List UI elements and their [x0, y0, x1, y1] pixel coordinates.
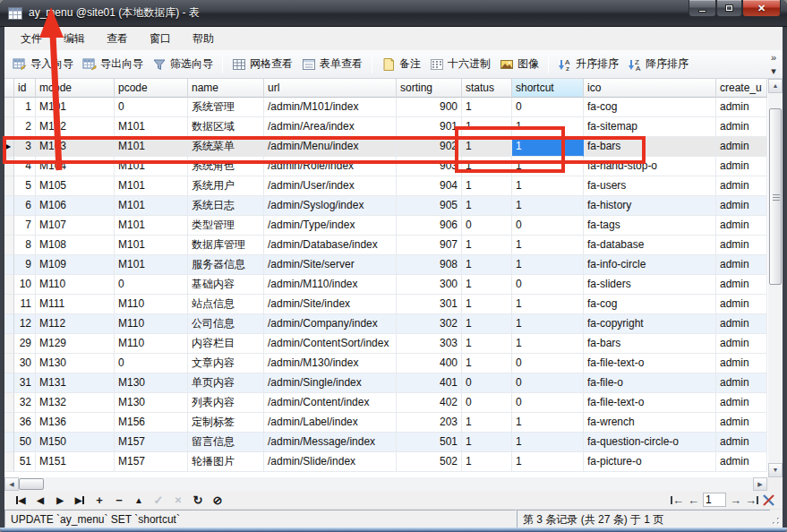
cell-ico[interactable]: fa-copyright	[584, 314, 716, 334]
scroll-left-icon[interactable]: ◀	[4, 477, 19, 491]
cell-id[interactable]: 11	[14, 295, 36, 314]
cell-sorting[interactable]: 302	[397, 314, 462, 334]
cell-sorting[interactable]: 301	[397, 295, 462, 314]
column-header-ico[interactable]: ico	[584, 79, 716, 98]
cell-name[interactable]: 列表内容	[188, 393, 264, 413]
current-row-marker[interactable]: ▶	[4, 137, 14, 157]
cell-create[interactable]: admin	[716, 157, 767, 176]
first-record-button[interactable]: ◀	[11, 493, 30, 507]
cell-mcode[interactable]: M132	[36, 393, 115, 413]
cell-ico[interactable]: fa-bars	[584, 137, 716, 157]
cell-pcode[interactable]: M130	[115, 393, 188, 413]
cell-create[interactable]: admin	[716, 275, 767, 295]
cell-sorting[interactable]: 905	[397, 196, 462, 216]
cell-id[interactable]: 4	[14, 157, 36, 176]
cell-id[interactable]: 30	[14, 354, 36, 373]
cell-url[interactable]: /admin/M101/index	[264, 98, 397, 117]
cell-id[interactable]: 2	[14, 117, 36, 137]
cell-sorting[interactable]: 300	[397, 275, 462, 295]
cell-ico[interactable]: fa-sliders	[584, 275, 716, 295]
selected-cell-shortcut[interactable]: 1	[512, 137, 584, 157]
cell-pcode[interactable]: M101	[115, 196, 188, 216]
horizontal-scroll-thumb[interactable]	[19, 478, 44, 490]
cell-mcode[interactable]: M151	[36, 452, 115, 472]
cell-sorting[interactable]: 900	[397, 98, 462, 117]
row-selector[interactable]	[4, 354, 14, 373]
cell-status[interactable]: 1	[462, 354, 512, 373]
cell-name[interactable]: 单页内容	[188, 373, 264, 393]
cell-id[interactable]: 5	[14, 176, 36, 196]
cell-ico[interactable]: fa-picture-o	[584, 452, 716, 472]
cell-status[interactable]: 0	[462, 216, 512, 236]
cell-status[interactable]: 1	[462, 176, 512, 196]
cell-pcode[interactable]: M110	[115, 295, 188, 314]
next-record-button[interactable]: ▶	[50, 493, 70, 507]
cell-pcode[interactable]: M157	[115, 433, 188, 452]
cell-shortcut[interactable]: 1	[512, 295, 584, 314]
cell-status[interactable]: 1	[462, 236, 512, 255]
cell-create[interactable]: admin	[716, 433, 767, 452]
page-number-input[interactable]	[703, 493, 726, 507]
cell-create[interactable]: admin	[716, 314, 767, 334]
cell-status[interactable]: 1	[462, 275, 512, 295]
cell-url[interactable]: /admin/Area/index	[264, 117, 397, 137]
cell-create[interactable]: admin	[716, 354, 767, 373]
cell-mcode[interactable]: M108	[36, 236, 115, 255]
cell-ico[interactable]: fa-file-o	[584, 373, 716, 393]
cell-pcode[interactable]: M101	[115, 216, 188, 236]
cell-name[interactable]: 内容栏目	[188, 334, 264, 354]
cell-mcode[interactable]: M129	[36, 334, 115, 354]
row-selector[interactable]	[4, 236, 14, 255]
cell-url[interactable]: /admin/M110/index	[264, 275, 397, 295]
cell-id[interactable]: 1	[14, 98, 36, 117]
filter-wizard-button[interactable]: 筛选向导	[148, 54, 218, 74]
cell-status[interactable]: 1	[462, 295, 512, 314]
cell-url[interactable]: /admin/Message/index	[264, 433, 397, 452]
column-header-mcode[interactable]: mcode	[36, 79, 115, 98]
cell-status[interactable]: 1	[462, 196, 512, 216]
row-selector[interactable]	[4, 393, 14, 413]
cell-url[interactable]: /admin/ContentSort/index	[264, 334, 397, 354]
cell-mcode[interactable]: M105	[36, 176, 115, 196]
cell-mcode[interactable]: M150	[36, 433, 115, 452]
cell-ico[interactable]: fa-wrench	[584, 413, 716, 433]
cell-mcode[interactable]: M111	[36, 295, 115, 314]
image-button[interactable]: 图像	[495, 54, 543, 74]
cell-mcode[interactable]: M107	[36, 216, 115, 236]
cell-mcode[interactable]: M130	[36, 354, 115, 373]
horizontal-scrollbar[interactable]: ◀ ▶	[4, 477, 783, 491]
cell-pcode[interactable]: M130	[115, 373, 188, 393]
cell-pcode[interactable]: M101	[115, 137, 188, 157]
cell-shortcut[interactable]: 1	[512, 196, 584, 216]
cell-sorting[interactable]: 908	[397, 255, 462, 275]
toolbar-overflow-more-icon[interactable]: »	[771, 52, 776, 63]
row-selector[interactable]	[4, 275, 14, 295]
cell-id[interactable]: 29	[14, 334, 36, 354]
refresh-button[interactable]: ↻	[188, 493, 208, 507]
minimize-button[interactable]	[689, 0, 716, 17]
cell-url[interactable]: /admin/Single/index	[264, 373, 397, 393]
cell-name[interactable]: 类型管理	[188, 216, 264, 236]
cell-shortcut[interactable]: 1	[512, 334, 584, 354]
previous-record-button[interactable]: ◀	[30, 493, 50, 507]
cell-create[interactable]: admin	[716, 255, 767, 275]
menu-file[interactable]: 文件	[10, 29, 53, 49]
cell-ico[interactable]: fa-cog	[584, 98, 716, 117]
cell-url[interactable]: /admin/Site/server	[264, 255, 397, 275]
cell-id[interactable]: 7	[14, 216, 36, 236]
cell-shortcut[interactable]: 1	[512, 452, 584, 472]
cell-mcode[interactable]: M136	[36, 413, 115, 433]
cell-shortcut[interactable]: 0	[512, 216, 584, 236]
cell-status[interactable]: 1	[462, 452, 512, 472]
cell-ico[interactable]: fa-hand-stop-o	[584, 157, 716, 176]
cell-pcode[interactable]: 0	[115, 354, 188, 373]
cell-url[interactable]: /admin/Role/index	[264, 157, 397, 176]
column-header-pcode[interactable]: pcode	[115, 79, 188, 98]
cell-create[interactable]: admin	[716, 216, 767, 236]
cell-sorting[interactable]: 203	[397, 413, 462, 433]
column-header-id[interactable]: id	[14, 79, 36, 98]
row-selector[interactable]	[4, 413, 14, 433]
cell-pcode[interactable]: M157	[115, 452, 188, 472]
toolbar-overflow[interactable]: » ▾	[767, 52, 780, 77]
cell-pcode[interactable]: M110	[115, 334, 188, 354]
